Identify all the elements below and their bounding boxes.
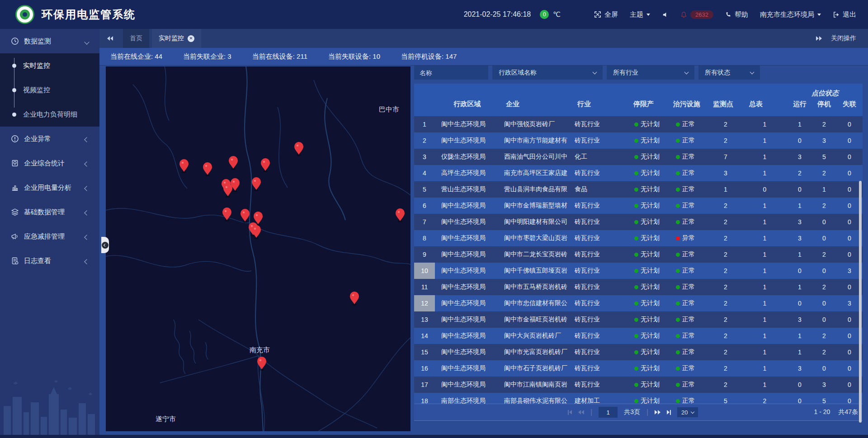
table-row[interactable]: 11阆中生态环境局阆中市五马桥页岩机砖砖瓦行业无计划正常21120 xyxy=(414,279,863,295)
map-pin-icon[interactable] xyxy=(203,162,212,176)
facility-label: 正常 xyxy=(682,218,695,226)
table-row[interactable]: 2阆中生态环境局阆中市南方节能建材有砖瓦行业无计划正常21030 xyxy=(414,132,863,149)
cell-points: 2 xyxy=(709,251,742,258)
cell-facility: 异常 xyxy=(670,234,709,242)
cell-facility: 正常 xyxy=(670,202,709,210)
sidebar-subitem-power-load-detail[interactable]: 企业电力负荷明细 xyxy=(0,102,99,127)
stop-limit-label: 无计划 xyxy=(641,283,660,291)
col-company: 企业 xyxy=(500,92,572,108)
last-page-button[interactable] xyxy=(667,410,671,415)
cell-stopped: 3 xyxy=(812,137,836,144)
cell-region: 高坪生态环境局 xyxy=(435,169,500,177)
sidebar-subitem-label: 企业电力负荷明细 xyxy=(23,110,77,119)
theme-dropdown[interactable]: 主题 xyxy=(630,10,650,19)
map-pin-icon[interactable] xyxy=(252,225,261,239)
sidebar-item-power-analysis[interactable]: 企业用电量分析 xyxy=(0,175,99,200)
cell-lost: 0 xyxy=(836,170,863,177)
table-row[interactable]: 17阆中生态环境局阆中市江南镇阆南页岩砖瓦行业无计划正常21030 xyxy=(414,377,863,393)
map-pin-icon[interactable] xyxy=(350,292,359,306)
map-pin-icon[interactable] xyxy=(241,209,250,223)
fullscreen-button[interactable]: 全屏 xyxy=(594,10,618,19)
table-row[interactable]: 10阆中生态环境局阆中千佛镇五郎垭页岩砖瓦行业无计划正常21003 xyxy=(414,263,863,279)
row-index: 4 xyxy=(414,165,435,181)
sidebar-item-log-view[interactable]: 日志查看 xyxy=(0,249,99,273)
map-pin-icon[interactable] xyxy=(179,159,189,173)
tab-home[interactable]: 首页 xyxy=(123,29,149,48)
map-pin-icon[interactable] xyxy=(261,158,270,172)
cell-stop-limit: 无计划 xyxy=(630,250,670,259)
row-index: 15 xyxy=(414,344,435,360)
table-row[interactable]: 8阆中生态环境局阆中市枣碧大梁山页岩砖瓦行业无计划异常21300 xyxy=(414,230,863,246)
sidebar-subitem-video-monitor[interactable]: 视频监控 xyxy=(0,78,99,102)
table-row[interactable]: 4高坪生态环境局南充市高坪区王家店建砖瓦行业无计划正常31220 xyxy=(414,165,863,181)
name-search-input[interactable] xyxy=(414,66,488,80)
status-dot-green xyxy=(676,399,680,403)
table-row[interactable]: 13阆中生态环境局阆中市金福旺页岩机砖砖瓦行业无计划正常21300 xyxy=(414,311,863,328)
page-size-select[interactable]: 20 xyxy=(677,407,698,417)
stop-limit-label: 无计划 xyxy=(641,299,660,307)
sidebar-item-company-statistics[interactable]: 企业综合统计 xyxy=(0,151,99,175)
sidebar-item-label: 企业异常 xyxy=(24,135,51,143)
table-row[interactable]: 15阆中生态环境局阆中市光富页岩机砖厂砖瓦行业无计划正常21120 xyxy=(414,344,863,360)
map-pin-icon[interactable] xyxy=(222,207,231,221)
cell-meters: 1 xyxy=(742,153,788,160)
first-page-button[interactable] xyxy=(568,410,572,415)
table-row[interactable]: 6阆中生态环境局阆中市金博瑞新型墙材砖瓦行业无计划正常21120 xyxy=(414,198,863,214)
table-row[interactable]: 14阆中生态环境局阆中大兴页岩机砖厂砖瓦行业无计划正常21120 xyxy=(414,328,863,344)
page-number-input[interactable] xyxy=(599,407,618,418)
table-row[interactable]: 18南部生态环境局南部县砌伟水泥有限公建材加工无计划正常52050 xyxy=(414,393,863,404)
sound-toggle[interactable] xyxy=(662,11,669,18)
table-row[interactable]: 7阆中生态环境局阆中明阳建材有限公司砖瓦行业无计划正常21300 xyxy=(414,214,863,230)
cell-company: 阆中大兴页岩机砖厂 xyxy=(500,332,572,340)
map-pin-icon[interactable] xyxy=(252,177,261,191)
prev-page-button[interactable] xyxy=(578,410,584,414)
tab-realtime-monitor[interactable]: 实时监控 ✕ xyxy=(152,29,201,48)
sidebar-item-data-monitor[interactable]: 数据监测 xyxy=(0,29,99,53)
filter-bar: 行政区域名称 所有行业 所有状态 xyxy=(414,66,760,80)
chevron-down-icon xyxy=(684,70,689,74)
map-panel[interactable]: 巴中市南充市遂宁市 xyxy=(106,66,410,431)
org-dropdown[interactable]: 南充市生态环境局 xyxy=(760,10,821,19)
double-left-arrow-icon xyxy=(107,36,113,41)
top-header: 环保用电监管系统 2021-02-25 17:46:18 0 ℃ 全屏 主题 xyxy=(0,0,868,29)
region-select[interactable]: 行政区域名称 xyxy=(492,66,603,80)
close-operations-button[interactable]: 关闭操作 xyxy=(831,34,856,42)
sidebar-item-base-data[interactable]: 基础数据管理 xyxy=(0,200,99,224)
table-row[interactable]: 12阆中生态环境局阆中市忠信建材有限公砖瓦行业无计划正常21003 xyxy=(414,295,863,311)
row-index: 9 xyxy=(414,246,435,263)
table-row[interactable]: 16阆中生态环境局阆中市石子页岩机砖厂砖瓦行业无计划正常21300 xyxy=(414,360,863,377)
tabs-scroll-left-button[interactable] xyxy=(99,29,120,48)
cell-facility: 正常 xyxy=(670,250,709,259)
map-pin-icon[interactable] xyxy=(223,184,232,198)
cell-region: 南部生态环境局 xyxy=(435,397,500,404)
cell-facility: 正常 xyxy=(670,169,709,177)
map-pin-icon[interactable] xyxy=(396,208,405,222)
map-pin-icon[interactable] xyxy=(257,357,266,371)
cell-industry: 砖瓦行业 xyxy=(572,234,630,242)
sidebar-item-company-abnormal[interactable]: 企业异常 xyxy=(0,127,99,151)
next-page-button[interactable] xyxy=(655,410,660,414)
sidebar-item-emergency-reduce[interactable]: 应急减排管理 xyxy=(0,224,99,249)
cell-running: 3 xyxy=(788,316,812,323)
vertical-scrollbar[interactable] xyxy=(859,181,862,423)
map-pin-icon[interactable] xyxy=(294,142,303,156)
record-total: 共47条 xyxy=(838,408,858,416)
tabs-scroll-right-button[interactable] xyxy=(816,36,822,41)
help-button[interactable]: 帮助 xyxy=(725,10,748,19)
notifications[interactable]: 2632 xyxy=(680,10,713,19)
cell-running: 1 xyxy=(788,283,812,291)
status-select[interactable]: 所有状态 xyxy=(698,66,760,80)
industry-select[interactable]: 所有行业 xyxy=(607,66,694,80)
table-row[interactable]: 9阆中生态环境局阆中市二龙长宝页岩砖砖瓦行业无计划正常21120 xyxy=(414,246,863,263)
panel-collapse-handle[interactable] xyxy=(101,237,109,253)
pagination-bar: | 共3页 | 20 1 - 20 共47条 xyxy=(414,404,863,421)
close-tab-icon[interactable]: ✕ xyxy=(188,35,194,42)
table-row[interactable]: 1阆中生态环境局阆中强锐页岩砖厂砖瓦行业无计划正常21120 xyxy=(414,116,863,132)
sidebar-subitem-realtime-monitor[interactable]: 实时监控 xyxy=(0,53,99,78)
app-window: 环保用电监管系统 2021-02-25 17:46:18 0 ℃ 全屏 主题 xyxy=(0,0,868,438)
cell-meters: 1 xyxy=(742,202,788,209)
map-pin-icon[interactable] xyxy=(229,156,238,170)
table-row[interactable]: 5营山生态环境局营山县润丰肉食品有限食品无计划正常10010 xyxy=(414,181,863,198)
logout-button[interactable]: 退出 xyxy=(833,10,856,19)
table-row[interactable]: 3仪陇生态环境局西南油气田分公司川中化工无计划正常71350 xyxy=(414,149,863,165)
